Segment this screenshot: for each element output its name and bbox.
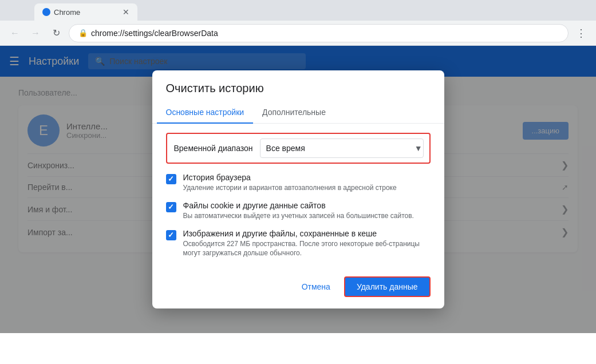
dialog-tabs: Основные настройки Дополнительные [152,102,444,124]
browser-chrome: Chrome ✕ ← → ↻ 🔒 ⋮ [0,0,596,46]
dialog-title: Очистить историю [152,70,444,102]
delete-button[interactable]: Удалить данные [344,276,431,297]
tab-favicon [42,8,50,16]
checkbox-1-sub: Удаление истории и вариантов автозаполне… [183,183,397,193]
checkbox-2-sub: Вы автоматически выйдете из учетных запи… [183,211,414,221]
lock-icon: 🔒 [78,29,88,37]
tab-basic[interactable]: Основные настройки [157,102,254,124]
cancel-button[interactable]: Отмена [293,278,340,296]
time-range-row: Временной диапазон Последний час Последн… [166,133,431,164]
tab-advanced[interactable]: Дополнительные [253,102,335,124]
chrome-menu-button[interactable]: ⋮ [573,25,589,41]
checkbox-1[interactable]: ✓ [166,174,176,184]
tab-close-icon[interactable]: ✕ [123,7,129,17]
checkbox-item-2: ✓ Файлы cookie и другие данные сайтов Вы… [166,201,431,221]
checkmark-2-icon: ✓ [168,203,174,211]
checkbox-2[interactable]: ✓ [166,202,176,212]
dialog-body: Временной диапазон Последний час Последн… [152,124,444,272]
forward-button[interactable]: → [27,25,44,41]
back-button[interactable]: ← [7,25,23,41]
reload-button[interactable]: ↻ [48,25,64,41]
address-bar: ← → ↻ 🔒 ⋮ [0,21,596,46]
checkmark-3-icon: ✓ [168,231,174,239]
checkbox-item-1: ✓ История браузера Удаление истории и ва… [166,173,431,193]
checkbox-1-text: История браузера Удаление истории и вари… [183,173,397,193]
checkbox-3-text: Изображения и другие файлы, сохраненные … [183,229,431,259]
address-input-wrap[interactable]: 🔒 [69,24,569,42]
checkbox-item-3: ✓ Изображения и другие файлы, сохраненны… [166,229,431,259]
checkbox-1-main: История браузера [183,173,397,182]
tab-bar: Chrome ✕ [0,0,596,21]
dialog-footer: Отмена Удалить данные [152,272,444,308]
checkbox-2-text: Файлы cookie и другие данные сайтов Вы а… [183,201,414,221]
time-range-select[interactable]: Последний час Последние 24 часа Последни… [260,139,424,158]
checkmark-1-icon: ✓ [168,175,174,183]
checkbox-3-main: Изображения и другие файлы, сохраненные … [183,229,431,238]
active-tab[interactable]: Chrome ✕ [34,3,137,21]
time-range-label: Временной диапазон [174,144,253,153]
settings-page: ☰ Настройки 🔍 Пользователе... E Интелле.… [0,46,596,333]
tab-title: Chrome [54,8,80,17]
modal-overlay: Очистить историю Основные настройки Допо… [0,46,596,333]
clear-history-dialog: Очистить историю Основные настройки Допо… [152,70,444,308]
checkbox-3[interactable]: ✓ [166,230,176,240]
address-input[interactable] [91,29,559,38]
checkbox-2-main: Файлы cookie и другие данные сайтов [183,201,414,210]
checkbox-3-sub: Освободится 227 МБ пространства. После э… [183,239,431,259]
